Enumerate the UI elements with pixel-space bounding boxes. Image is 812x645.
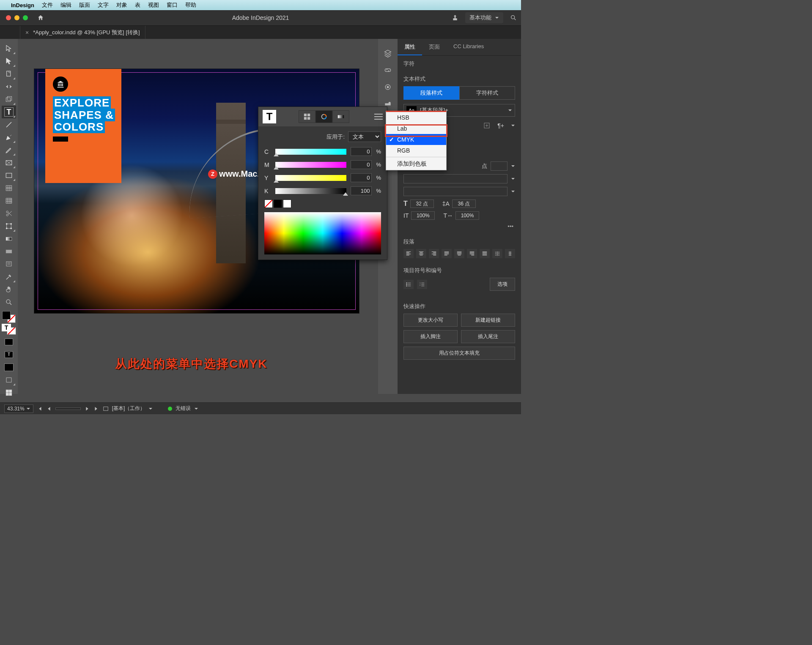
stroke-panel-icon[interactable]	[384, 83, 392, 91]
font-size-field[interactable]	[410, 200, 434, 208]
grid-tool[interactable]	[2, 194, 16, 207]
align-right-button[interactable]	[429, 249, 439, 258]
color-apply-text-icon[interactable]: T	[263, 110, 276, 123]
swatches-mode-button[interactable]	[299, 110, 315, 123]
layers-panel-icon[interactable]	[384, 49, 392, 57]
align-center-button[interactable]	[416, 249, 426, 258]
opacity-dropdown[interactable]	[403, 187, 508, 196]
document-tab[interactable]: × *Apply_color.indd @ 43% [GPU 预览] [转换]	[20, 26, 145, 39]
open-page-icon[interactable]	[103, 406, 109, 412]
bulleted-list-button[interactable]	[403, 280, 414, 289]
numbered-list-button[interactable]: 12	[417, 280, 427, 289]
table-tool[interactable]	[2, 182, 16, 194]
apply-color-text[interactable]: T	[2, 323, 16, 336]
menu-table[interactable]: 表	[135, 1, 140, 9]
justify-all-button[interactable]	[480, 249, 490, 258]
search-icon[interactable]	[510, 14, 517, 21]
gradient-swatch-tool[interactable]	[2, 232, 16, 245]
last-page-icon[interactable]	[93, 406, 99, 412]
page-tool[interactable]	[2, 68, 16, 80]
magenta-value[interactable]	[351, 160, 372, 169]
selection-tool[interactable]	[2, 42, 16, 55]
fill-stroke-swap[interactable]	[2, 310, 16, 323]
vscale-field[interactable]	[411, 211, 435, 220]
zoom-level-field[interactable]: 43.31%	[4, 404, 33, 413]
menu-item-lab[interactable]: Lab	[386, 123, 446, 134]
cyan-value[interactable]	[351, 147, 372, 156]
black-slider[interactable]	[275, 188, 346, 194]
app-name[interactable]: InDesign	[11, 2, 34, 8]
first-page-icon[interactable]	[37, 406, 43, 412]
menu-file[interactable]: 文件	[42, 1, 53, 9]
menu-type[interactable]: 文字	[98, 1, 109, 9]
menu-item-add-swatch[interactable]: 添加到色板	[386, 158, 446, 170]
menu-object[interactable]: 对象	[116, 1, 127, 9]
rectangle-tool[interactable]	[2, 169, 16, 182]
menu-item-rgb[interactable]: RGB	[386, 145, 446, 156]
pen-tool[interactable]	[2, 131, 16, 144]
black-swatch[interactable]	[274, 200, 282, 208]
align-toward-spine-button[interactable]	[505, 249, 515, 258]
scissors-tool[interactable]	[2, 207, 16, 220]
note-tool[interactable]	[2, 258, 16, 271]
default-fill-button[interactable]	[2, 361, 16, 374]
apply-to-dropdown[interactable]: 文本	[348, 131, 381, 142]
menu-window[interactable]: 窗口	[167, 1, 178, 9]
orange-text-frame[interactable]: EXPLORE SHAPES & COLORS	[45, 69, 121, 183]
new-hyperlink-button[interactable]: 新建超链接	[461, 314, 515, 327]
gradient-mode-button[interactable]	[332, 110, 349, 123]
home-icon[interactable]	[37, 14, 44, 21]
justify-left-button[interactable]	[442, 249, 452, 258]
content-collector-tool[interactable]	[2, 93, 16, 106]
color-picker-mode-button[interactable]	[315, 110, 332, 123]
close-tab-icon[interactable]: ×	[25, 29, 29, 36]
change-case-button[interactable]: 更改大小写	[403, 314, 458, 327]
zoom-window-button[interactable]	[23, 15, 28, 20]
links-panel-icon[interactable]	[384, 66, 392, 74]
black-value[interactable]	[351, 186, 372, 195]
menu-layout[interactable]: 版面	[79, 1, 90, 9]
menu-view[interactable]: 视图	[148, 1, 159, 9]
tab-properties[interactable]: 属性	[398, 39, 422, 55]
justify-right-button[interactable]	[467, 249, 477, 258]
share-icon[interactable]	[452, 14, 458, 21]
pencil-tool[interactable]	[2, 144, 16, 156]
screen-mode-toggle[interactable]	[2, 386, 16, 399]
cmyk-spectrum[interactable]	[264, 212, 381, 254]
menu-edit[interactable]: 编辑	[60, 1, 71, 9]
line-tool[interactable]	[2, 118, 16, 131]
color-panel-menu-icon[interactable]	[374, 114, 383, 120]
minimize-window-button[interactable]	[14, 15, 19, 20]
cyan-slider[interactable]	[275, 149, 346, 155]
gap-tool[interactable]	[2, 80, 16, 93]
formatting-container-icon[interactable]	[2, 336, 16, 348]
hscale-field[interactable]	[455, 211, 479, 220]
type-tool[interactable]: T	[2, 106, 16, 118]
leading-field[interactable]	[452, 200, 476, 208]
magenta-slider[interactable]	[275, 162, 346, 168]
view-mode-toggle[interactable]	[2, 374, 16, 386]
list-options-button[interactable]: 选项	[490, 278, 515, 291]
yellow-slider[interactable]	[275, 175, 346, 181]
prev-page-icon[interactable]	[46, 406, 52, 412]
insert-endnote-button[interactable]: 插入尾注	[461, 330, 515, 343]
pilcrow-plus-icon[interactable]: ¶+	[497, 122, 504, 129]
align-left-button[interactable]	[403, 249, 414, 258]
next-page-icon[interactable]	[84, 406, 90, 412]
menu-item-hsb[interactable]: HSB	[386, 112, 446, 123]
character-style-tab[interactable]: 字符样式	[459, 86, 515, 100]
eyedropper-tool[interactable]	[2, 271, 16, 283]
yellow-value[interactable]	[351, 173, 372, 182]
hand-tool[interactable]	[2, 283, 16, 296]
color-mode-menu[interactable]: HSB Lab CMYK RGB 添加到色板	[386, 111, 447, 170]
justify-center-button[interactable]	[454, 249, 464, 258]
more-options-icon[interactable]: •••	[403, 223, 515, 230]
direct-selection-tool[interactable]	[2, 55, 16, 68]
menu-item-cmyk[interactable]: CMYK	[386, 134, 446, 145]
rectangle-frame-tool[interactable]	[2, 156, 16, 169]
workspace-selector[interactable]: 基本功能	[465, 12, 503, 23]
stroke-style-dropdown[interactable]	[403, 174, 508, 183]
align-away-spine-button[interactable]	[492, 249, 502, 258]
insert-footnote-button[interactable]: 插入脚注	[403, 330, 458, 343]
color-profile-label[interactable]: [基本]（工作）	[112, 405, 145, 412]
